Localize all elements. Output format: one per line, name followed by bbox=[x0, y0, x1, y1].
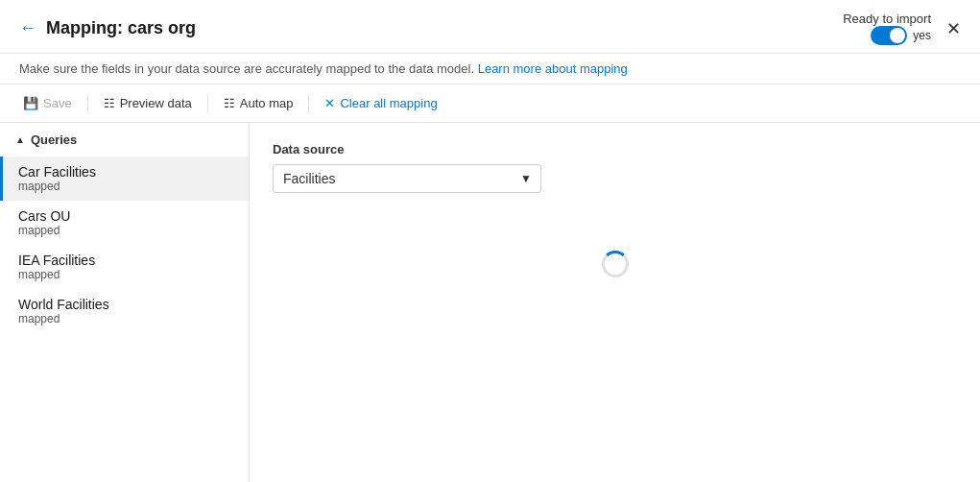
save-label: Save bbox=[43, 96, 72, 110]
sidebar-item-cars-ou[interactable]: Cars OU mapped bbox=[0, 201, 249, 245]
toggle-row: yes bbox=[871, 26, 931, 45]
subtitle-bar: Make sure the fields in your data source… bbox=[0, 54, 980, 84]
learn-more-link[interactable]: Learn more about mapping bbox=[478, 61, 628, 76]
clear-all-button[interactable]: ✕ Clear all mapping bbox=[317, 92, 444, 114]
auto-map-label: Auto map bbox=[240, 96, 294, 110]
sidebar-item-name: Cars OU bbox=[18, 208, 233, 224]
top-bar: ← Mapping: cars org Ready to import yes … bbox=[0, 0, 980, 54]
clear-all-label: Clear all mapping bbox=[340, 96, 437, 110]
subtitle-text: Make sure the fields in your data source… bbox=[19, 61, 474, 76]
toolbar-separator-3 bbox=[308, 94, 309, 113]
sidebar: ▲ Queries Car Facilities mapped Cars OU … bbox=[0, 123, 250, 482]
top-bar-left: ← Mapping: cars org bbox=[19, 18, 196, 38]
loading-area bbox=[273, 193, 957, 277]
save-icon: 💾 bbox=[23, 96, 38, 110]
ready-to-import-section: Ready to import yes bbox=[843, 12, 931, 45]
sidebar-item-car-facilities[interactable]: Car Facilities mapped bbox=[0, 157, 249, 201]
yes-label: yes bbox=[913, 29, 931, 42]
close-button[interactable]: ✕ bbox=[946, 18, 961, 39]
sidebar-item-name: Car Facilities bbox=[18, 164, 233, 180]
toolbar-separator-1 bbox=[87, 94, 88, 113]
page-title: Mapping: cars org bbox=[46, 18, 196, 38]
queries-label: Queries bbox=[31, 133, 77, 147]
auto-map-icon: ☷ bbox=[224, 96, 235, 110]
content-area: Data source Facilities Cars IEA World ▼ bbox=[250, 123, 980, 482]
back-button[interactable]: ← bbox=[19, 18, 36, 38]
ready-toggle[interactable] bbox=[871, 26, 907, 45]
sidebar-item-iea-facilities[interactable]: IEA Facilities mapped bbox=[0, 245, 249, 289]
data-source-dropdown-wrapper: Facilities Cars IEA World ▼ bbox=[273, 164, 541, 193]
main-content: ▲ Queries Car Facilities mapped Cars OU … bbox=[0, 123, 980, 482]
back-icon: ← bbox=[19, 18, 36, 38]
data-source-dropdown[interactable]: Facilities Cars IEA World bbox=[273, 164, 541, 193]
chevron-down-icon: ▲ bbox=[15, 134, 25, 145]
top-bar-right: Ready to import yes ✕ bbox=[843, 12, 961, 45]
sidebar-item-status: mapped bbox=[18, 180, 233, 193]
preview-icon: ☷ bbox=[104, 96, 115, 110]
loading-spinner bbox=[602, 251, 629, 277]
queries-section-header[interactable]: ▲ Queries bbox=[0, 123, 249, 157]
sidebar-item-status: mapped bbox=[18, 312, 233, 325]
ready-to-import-label: Ready to import bbox=[843, 12, 931, 26]
toolbar-separator-2 bbox=[207, 94, 208, 113]
sidebar-item-name: World Facilities bbox=[18, 297, 233, 312]
preview-data-button[interactable]: ☷ Preview data bbox=[96, 92, 200, 114]
close-icon: ✕ bbox=[946, 18, 961, 39]
sidebar-item-status: mapped bbox=[18, 224, 233, 237]
save-button[interactable]: 💾 Save bbox=[15, 92, 80, 114]
toggle-knob bbox=[890, 28, 905, 43]
sidebar-item-status: mapped bbox=[18, 268, 233, 281]
data-source-label: Data source bbox=[273, 142, 957, 157]
sidebar-item-name: IEA Facilities bbox=[18, 253, 233, 268]
clear-icon: ✕ bbox=[324, 96, 335, 110]
sidebar-item-world-facilities[interactable]: World Facilities mapped bbox=[0, 289, 249, 333]
preview-data-label: Preview data bbox=[120, 96, 192, 110]
auto-map-button[interactable]: ☷ Auto map bbox=[216, 92, 301, 114]
toolbar: 💾 Save ☷ Preview data ☷ Auto map ✕ Clear… bbox=[0, 84, 980, 123]
